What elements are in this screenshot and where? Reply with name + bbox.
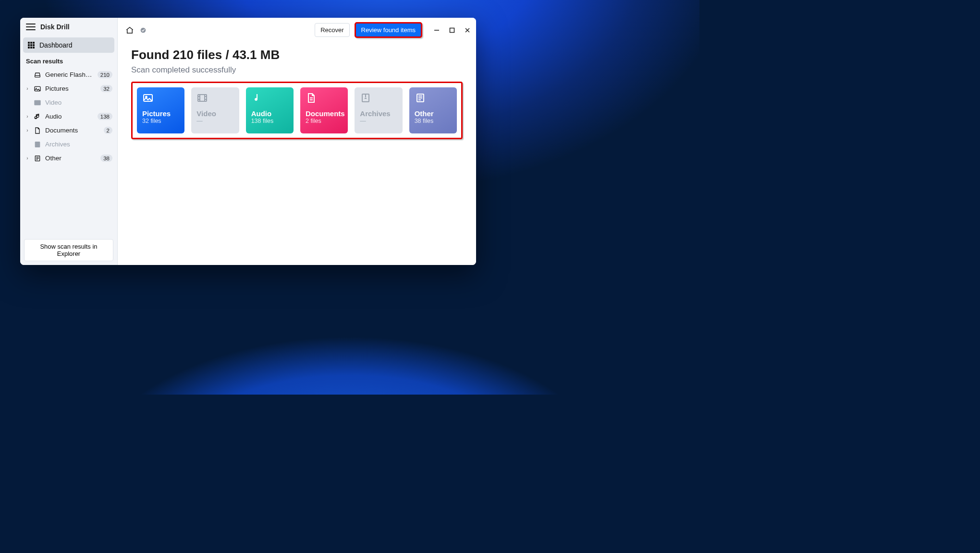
audio-icon (34, 113, 41, 120)
audio-icon (251, 92, 263, 104)
svg-rect-11 (198, 95, 207, 101)
card-subtitle: 32 files (142, 118, 179, 124)
card-audio[interactable]: Audio 138 files (246, 87, 294, 133)
video-icon (196, 92, 208, 104)
card-subtitle: 2 files (306, 118, 343, 124)
card-title: Other (415, 109, 452, 118)
chevron-right-icon[interactable]: › (25, 128, 30, 133)
sidebar-item-video[interactable]: › Video (20, 96, 117, 109)
card-subtitle: 38 files (415, 118, 452, 124)
toolbar: Recover Review found items (118, 18, 476, 41)
card-subtitle: — (196, 118, 233, 124)
svg-point-10 (146, 96, 147, 98)
app-title: Disk Drill (40, 23, 70, 31)
card-title: Audio (251, 109, 288, 118)
count-badge: 38 (100, 155, 112, 162)
sidebar: Disk Drill Dashboard Scan results › Gene… (20, 18, 118, 265)
picture-icon (34, 85, 41, 93)
svg-point-7 (141, 27, 146, 33)
maximize-icon[interactable] (448, 26, 456, 34)
card-archives: Archives — (355, 87, 402, 133)
sidebar-item-label: Archives (45, 141, 112, 148)
main-body: Found 210 files / 43.1 MB Scan completed… (118, 41, 476, 139)
video-icon (34, 99, 41, 107)
archive-icon (34, 141, 41, 148)
sidebar-item-documents[interactable]: › Documents 2 (20, 123, 117, 137)
results-title: Found 210 files / 43.1 MB (131, 48, 463, 62)
sidebar-item-pictures[interactable]: › Pictures 32 (20, 82, 117, 96)
svg-rect-0 (35, 75, 40, 77)
results-subtitle: Scan completed successfully (131, 65, 463, 75)
app-window: Disk Drill Dashboard Scan results › Gene… (20, 18, 476, 265)
show-in-explorer-button[interactable]: Show scan results in Explorer (24, 239, 113, 261)
hamburger-icon[interactable] (26, 24, 36, 30)
category-cards: Pictures 32 files Video — (137, 87, 457, 133)
disk-icon (34, 71, 41, 79)
home-icon[interactable] (125, 26, 134, 35)
card-title: Video (196, 109, 233, 118)
minimize-icon[interactable] (433, 26, 441, 34)
count-badge: 210 (98, 71, 112, 78)
document-icon (34, 127, 41, 134)
sidebar-section-label: Scan results (20, 57, 117, 68)
sidebar-item-label: Other (45, 155, 97, 162)
svg-rect-8 (450, 28, 454, 32)
card-pictures[interactable]: Pictures 32 files (137, 87, 184, 133)
category-cards-highlight: Pictures 32 files Video — (131, 82, 463, 139)
card-other[interactable]: Other 38 files (409, 87, 457, 133)
sidebar-item-label: Video (45, 99, 112, 106)
card-title: Pictures (142, 109, 179, 118)
review-found-items-button[interactable]: Review found items (355, 22, 422, 38)
svg-point-4 (35, 118, 37, 119)
card-documents[interactable]: Documents 2 files (300, 87, 348, 133)
sidebar-header: Disk Drill (20, 18, 117, 35)
window-controls (433, 26, 471, 34)
sidebar-item-disk[interactable]: › Generic Flash Disk USB… 210 (20, 68, 117, 82)
chevron-right-icon[interactable]: › (25, 156, 30, 161)
close-icon[interactable] (464, 26, 471, 34)
dashboard-label: Dashboard (39, 41, 73, 49)
card-subtitle: — (360, 118, 397, 124)
dashboard-grid-icon (28, 42, 35, 48)
count-badge: 138 (98, 113, 112, 120)
sidebar-item-archives[interactable]: › Archives (20, 137, 117, 151)
sidebar-item-label: Documents (45, 127, 100, 134)
count-badge: 2 (104, 127, 112, 134)
sidebar-item-label: Pictures (45, 85, 97, 92)
document-icon (306, 92, 317, 104)
card-title: Archives (360, 109, 397, 118)
archive-icon (360, 92, 371, 104)
count-badge: 32 (100, 85, 112, 92)
main-pane: Recover Review found items Found 210 fil… (118, 18, 476, 265)
sidebar-item-audio[interactable]: › Audio 138 (20, 109, 117, 123)
sidebar-footer: Show scan results in Explorer (20, 235, 117, 265)
recover-button[interactable]: Recover (315, 23, 349, 37)
chevron-right-icon[interactable]: › (25, 86, 30, 91)
sidebar-item-label: Generic Flash Disk USB… (45, 71, 94, 78)
sidebar-item-dashboard[interactable]: Dashboard (23, 37, 114, 53)
sidebar-item-other[interactable]: › Other 38 (20, 151, 117, 165)
chevron-right-icon[interactable]: › (25, 114, 30, 119)
card-title: Documents (306, 109, 343, 118)
sidebar-item-label: Audio (45, 113, 94, 120)
card-subtitle: 138 files (251, 118, 288, 124)
other-icon (34, 155, 41, 162)
other-icon (415, 92, 426, 104)
picture-icon (142, 92, 154, 104)
card-video: Video — (191, 87, 239, 133)
check-badge-icon (139, 26, 147, 35)
